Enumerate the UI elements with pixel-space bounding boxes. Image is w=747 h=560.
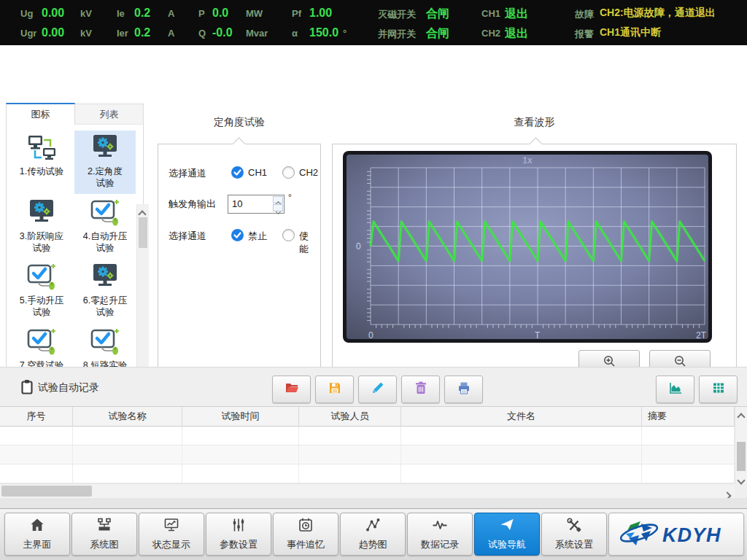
table-cell: [182, 446, 299, 464]
status-label: 报警: [575, 28, 594, 41]
table-row: [0, 464, 735, 483]
scroll-up-icon[interactable]: [738, 410, 746, 419]
sidebar-item-label: 试验: [74, 242, 136, 254]
table-cell: [73, 427, 182, 446]
scrollbar-thumb[interactable]: [737, 442, 746, 471]
spin-up-icon[interactable]: [273, 196, 283, 203]
status-value: 0.00: [42, 7, 64, 20]
table-cell: [299, 446, 401, 464]
nav-button-label: 参数设置: [220, 538, 258, 551]
sidebar-item-6[interactable]: 6.零起升压试验: [74, 260, 136, 323]
records-toolbar: 试验自动记录: [0, 367, 747, 407]
nav-home-button[interactable]: 主界面: [4, 513, 70, 556]
sidebar-item-2[interactable]: 2.定角度试验: [74, 131, 136, 194]
status-value: 0.00: [42, 26, 64, 39]
chart-view-button[interactable]: [656, 376, 694, 403]
status-unit: A: [168, 28, 174, 39]
diagram-icon: [96, 517, 112, 536]
enable-radio-禁止[interactable]: [231, 229, 244, 241]
nav-pulse-button[interactable]: 数据记录: [407, 513, 473, 556]
nav-diagram-button[interactable]: 系统图: [71, 513, 137, 556]
scroll-down-icon[interactable]: [738, 473, 746, 482]
bottom-navigation: 主界面系统图状态显示参数设置事件追忆趋势图数据记录试验导航系统设置 KDYH: [0, 508, 747, 560]
sidebar-item-4[interactable]: 4.自动升压试验: [74, 195, 136, 259]
channel-radio-CH2[interactable]: [282, 166, 295, 179]
print-button[interactable]: [444, 376, 483, 403]
column-header-5[interactable]: 文件名: [401, 407, 642, 427]
column-header-3[interactable]: 试验时间: [182, 407, 299, 427]
main-content: 图标 列表 1.传动试验2.定角度试验3.阶跃响应试验4.自动升压试验5.手动升…: [0, 45, 747, 367]
save-button[interactable]: [315, 376, 354, 403]
check-icon: [231, 229, 244, 241]
kdyh-logo-button[interactable]: KDYH: [608, 513, 744, 556]
table-cell: [642, 464, 735, 483]
trigger-angle-label: 触发角输出: [169, 198, 216, 209]
alarm-text: CH2:电源故障，通道退出: [600, 7, 716, 20]
gear-monitor-icon: [86, 262, 124, 293]
table-vertical-scrollbar[interactable]: [735, 407, 747, 483]
nav-trend-button[interactable]: 趋势图: [340, 513, 406, 556]
table-view-button[interactable]: [699, 376, 738, 403]
nav-sliders-button[interactable]: 参数设置: [206, 513, 271, 556]
channel-select-label: 选择通道: [169, 168, 206, 179]
tab-list[interactable]: 列表: [74, 104, 144, 125]
kdyh-logo: KDYH: [614, 518, 738, 551]
status-label: CH2: [481, 28, 500, 39]
open-button[interactable]: [272, 376, 311, 403]
zoom-in-icon: [603, 354, 616, 368]
table-cell: [0, 464, 73, 483]
gear-monitor-icon: [23, 198, 61, 229]
tab-icons[interactable]: 图标: [6, 103, 75, 125]
edit-button[interactable]: [358, 376, 397, 403]
scrollbar-thumb[interactable]: [1, 486, 92, 497]
sidebar-item-label: 试验: [74, 177, 136, 189]
sidebar-item-3[interactable]: 3.阶跃响应试验: [11, 195, 72, 259]
status-bar: Ug0.00kVIe0.2AP0.0MWPf1.00灭磁开关合闸CH1退出故障C…: [0, 0, 747, 47]
scope-scale-label: 1x: [343, 155, 712, 166]
column-header-1[interactable]: 序号: [0, 407, 73, 427]
sidebar-item-label: 3.阶跃响应: [11, 230, 72, 242]
sidebar-item-label: 5.手动升压: [11, 295, 72, 306]
printer-icon: [457, 381, 471, 398]
nav-calendar-clock-button[interactable]: 事件追忆: [273, 513, 338, 556]
scroll-up-icon[interactable]: [139, 207, 147, 216]
enable-radio-使能[interactable]: [282, 229, 295, 241]
column-header-6[interactable]: 摘要: [642, 407, 735, 427]
check-monitor-icon: [86, 327, 124, 358]
nav-monitor-button[interactable]: 状态显示: [139, 513, 204, 556]
svg-text:0: 0: [356, 241, 361, 252]
channel-radio-CH1[interactable]: [231, 166, 244, 179]
status-value: 合闸: [426, 7, 449, 22]
gear-monitor-icon: [23, 198, 61, 229]
table-horizontal-scrollbar[interactable]: [0, 483, 735, 498]
delete-button[interactable]: [401, 376, 440, 403]
column-header-2[interactable]: 试验名称: [73, 407, 182, 427]
status-label: 灭磁开关: [378, 8, 416, 21]
sidebar-item-label: 1.传动试验: [11, 166, 72, 177]
wave-panel-title: 查看波形: [332, 116, 737, 129]
folder-open-icon: [284, 381, 300, 398]
check-monitor-icon: [23, 262, 61, 293]
status-label: Q: [198, 28, 206, 39]
trigger-angle-input[interactable]: [228, 195, 273, 211]
nav-tools-button[interactable]: 系统设置: [541, 513, 607, 556]
status-value: -0.0: [212, 26, 233, 39]
status-label: 故障: [575, 8, 594, 21]
sidebar-item-1[interactable]: 1.传动试验: [11, 131, 72, 194]
status-label: 并网开关: [378, 28, 416, 41]
channel-radio-label: CH1: [248, 167, 267, 178]
network-monitors-icon: [23, 133, 61, 164]
sidebar-item-5[interactable]: 5.手动升压试验: [11, 260, 72, 323]
panel-notch: [232, 137, 245, 150]
status-value: 0.2: [134, 26, 150, 39]
table-cell: [73, 464, 182, 483]
degree-unit: °: [288, 192, 292, 203]
status-unit: kV: [80, 28, 92, 39]
nav-paper-plane-button[interactable]: 试验导航: [474, 513, 540, 556]
scrollbar-thumb[interactable]: [139, 217, 147, 248]
column-header-4[interactable]: 试验人员: [299, 407, 401, 427]
area-chart-icon: [667, 381, 684, 398]
status-label: P: [198, 8, 205, 19]
trigger-angle-spinner[interactable]: [228, 195, 285, 214]
spin-down-icon[interactable]: [273, 204, 283, 211]
